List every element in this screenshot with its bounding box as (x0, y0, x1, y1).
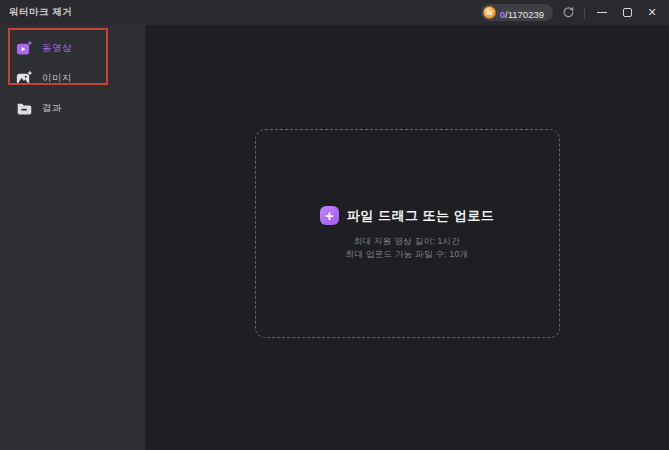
minimize-button[interactable] (594, 5, 610, 21)
window-title: 워터마크 제거 (9, 6, 72, 19)
maximize-button[interactable] (619, 5, 635, 21)
refresh-icon[interactable] (562, 6, 575, 19)
sidebar-item-image[interactable]: 이미지 (0, 63, 145, 93)
close-icon: ✕ (647, 7, 656, 18)
upload-hints: 최대 지원 영상 길이: 1시간 최대 업로드 가능 파일 수: 10개 (346, 235, 469, 261)
credits-total: /1170239 (505, 9, 544, 20)
titlebar-controls: AI 0/1170239 ✕ (481, 4, 660, 21)
upload-row: + 파일 드래그 또는 업로드 (320, 206, 494, 225)
close-button[interactable]: ✕ (644, 5, 660, 21)
sidebar: 동영상 이미지 결과 (0, 25, 145, 450)
sidebar-item-label: 이미지 (42, 72, 72, 85)
app-window: 워터마크 제거 AI 0/1170239 ✕ (0, 0, 669, 450)
ai-coin-icon: AI (483, 6, 496, 19)
upload-dropzone[interactable]: + 파일 드래그 또는 업로드 최대 지원 영상 길이: 1시간 최대 업로드 … (255, 129, 560, 338)
app-body: 동영상 이미지 결과 (0, 25, 669, 450)
sidebar-item-video[interactable]: 동영상 (0, 33, 145, 63)
image-icon (16, 70, 33, 87)
video-icon (16, 40, 33, 57)
main-content: + 파일 드래그 또는 업로드 최대 지원 영상 길이: 1시간 최대 업로드 … (145, 25, 669, 450)
hint-video-length: 최대 지원 영상 길이: 1시간 (346, 235, 469, 248)
titlebar: 워터마크 제거 AI 0/1170239 ✕ (0, 0, 669, 25)
credits-badge[interactable]: AI 0/1170239 (481, 4, 553, 21)
upload-title: 파일 드래그 또는 업로드 (347, 207, 494, 225)
plus-icon[interactable]: + (320, 206, 339, 225)
sidebar-item-label: 결과 (42, 102, 62, 115)
folder-icon (16, 100, 33, 117)
hint-file-count: 최대 업로드 가능 파일 수: 10개 (346, 248, 469, 261)
credits-value: 0/1170239 (500, 4, 544, 22)
sidebar-item-label: 동영상 (42, 42, 72, 55)
sidebar-item-results[interactable]: 결과 (0, 93, 145, 123)
minimize-icon (597, 12, 607, 13)
titlebar-divider (584, 7, 585, 19)
maximize-icon (623, 8, 632, 17)
